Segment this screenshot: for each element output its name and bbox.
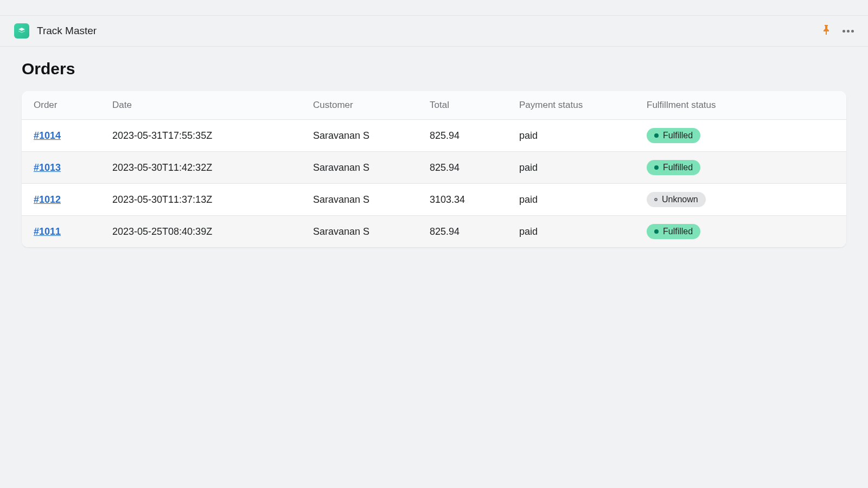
column-header-total: Total — [418, 91, 507, 120]
table-row: #10122023-05-30T11:37:13ZSaravanan S3103… — [22, 184, 846, 216]
app-header-right — [822, 25, 854, 37]
status-dot-icon — [654, 198, 658, 201]
order-date-cell: 2023-05-30T11:42:32Z — [100, 152, 301, 184]
app-title: Track Master — [37, 25, 97, 37]
status-badge-label: Fulfilled — [663, 163, 693, 172]
more-icon[interactable] — [843, 30, 854, 33]
payment-status-cell: paid — [507, 152, 635, 184]
status-badge: Unknown — [647, 192, 706, 207]
status-badge: Fulfilled — [647, 160, 700, 175]
order-date-cell: 2023-05-25T08:40:39Z — [100, 216, 301, 248]
page-content: Orders Order Date Customer Total Payment… — [0, 47, 868, 260]
orders-table: Order Date Customer Total Payment status… — [22, 91, 846, 247]
order-id-cell: #1014 — [22, 120, 100, 152]
order-total-cell: 825.94 — [418, 120, 507, 152]
order-customer-cell: Saravanan S — [301, 216, 418, 248]
fulfillment-status-cell: Fulfilled — [635, 120, 846, 152]
column-header-fulfillment-status: Fulfillment status — [635, 91, 846, 120]
status-dot-icon — [654, 229, 659, 234]
orders-card: Order Date Customer Total Payment status… — [22, 91, 846, 247]
table-header-row: Order Date Customer Total Payment status… — [22, 91, 846, 120]
order-link[interactable]: #1011 — [34, 226, 61, 237]
table-row: #10142023-05-31T17:55:35ZSaravanan S825.… — [22, 120, 846, 152]
order-total-cell: 825.94 — [418, 152, 507, 184]
order-link[interactable]: #1013 — [34, 162, 61, 173]
page-title: Orders — [22, 60, 846, 78]
column-header-date: Date — [100, 91, 301, 120]
order-total-cell: 3103.34 — [418, 184, 507, 216]
status-badge-label: Fulfilled — [663, 131, 693, 140]
fulfillment-status-cell: Fulfilled — [635, 216, 846, 248]
fulfillment-status-cell: Unknown — [635, 184, 846, 216]
table-row: #10132023-05-30T11:42:32ZSaravanan S825.… — [22, 152, 846, 184]
status-badge: Fulfilled — [647, 128, 700, 143]
payment-status-cell: paid — [507, 120, 635, 152]
app-header: Track Master — [0, 15, 868, 47]
status-badge-label: Unknown — [662, 195, 698, 204]
order-link[interactable]: #1012 — [34, 194, 61, 205]
order-date-cell: 2023-05-31T17:55:35Z — [100, 120, 301, 152]
order-date-cell: 2023-05-30T11:37:13Z — [100, 184, 301, 216]
order-customer-cell: Saravanan S — [301, 152, 418, 184]
fulfillment-status-cell: Fulfilled — [635, 152, 846, 184]
order-id-cell: #1011 — [22, 216, 100, 248]
column-header-customer: Customer — [301, 91, 418, 120]
column-header-payment-status: Payment status — [507, 91, 635, 120]
payment-status-cell: paid — [507, 216, 635, 248]
status-badge: Fulfilled — [647, 224, 700, 239]
app-header-left: Track Master — [14, 23, 97, 38]
order-customer-cell: Saravanan S — [301, 120, 418, 152]
order-customer-cell: Saravanan S — [301, 184, 418, 216]
status-badge-label: Fulfilled — [663, 227, 693, 236]
order-id-cell: #1013 — [22, 152, 100, 184]
status-dot-icon — [654, 133, 659, 138]
app-icon — [14, 23, 29, 38]
column-header-order: Order — [22, 91, 100, 120]
status-dot-icon — [654, 165, 659, 170]
payment-status-cell: paid — [507, 184, 635, 216]
order-link[interactable]: #1014 — [34, 130, 61, 141]
pin-icon[interactable] — [822, 25, 831, 37]
order-id-cell: #1012 — [22, 184, 100, 216]
table-row: #10112023-05-25T08:40:39ZSaravanan S825.… — [22, 216, 846, 248]
order-total-cell: 825.94 — [418, 216, 507, 248]
